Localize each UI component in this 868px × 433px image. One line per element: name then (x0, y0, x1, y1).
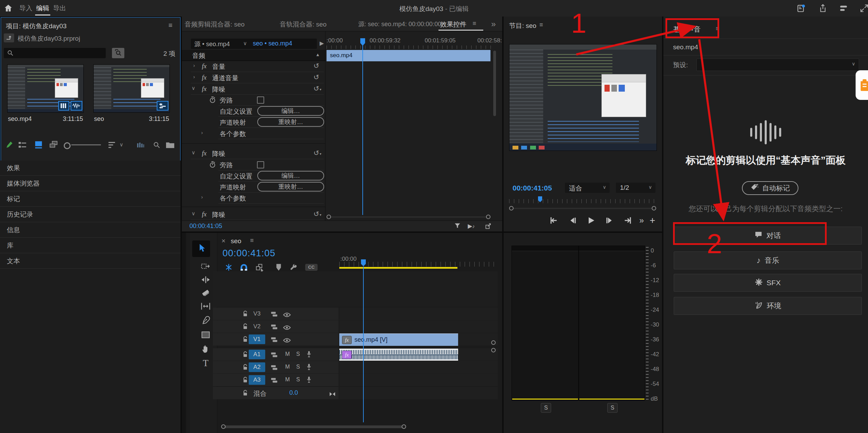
collapse-chevron-icon[interactable]: ∨ (192, 150, 195, 156)
mic-icon[interactable] (307, 376, 311, 385)
zoom-level-select[interactable]: 适合 ∨ (565, 183, 610, 193)
vertical-scrollbar[interactable] (493, 51, 496, 116)
video-clip[interactable]: fx seo.mp4 [V] (339, 333, 458, 346)
effect-row-denoise[interactable]: ∨ fx 降噪 ↺▾ (182, 83, 325, 95)
close-tab-icon[interactable]: × (221, 237, 226, 245)
track-header-a2[interactable]: A2 M S (213, 361, 339, 373)
essential-sound-tab[interactable]: 基本声音 (673, 25, 701, 34)
track-header-a1[interactable]: A1 M S (213, 348, 339, 361)
media-item-sequence[interactable]: seo 3:11:15 (93, 64, 170, 126)
source-assign-icon[interactable] (271, 324, 278, 331)
solo-button[interactable]: S (296, 351, 300, 357)
program-tab-label[interactable]: 节目: seo (509, 21, 536, 30)
stopwatch-icon[interactable] (209, 161, 216, 170)
share-button[interactable] (818, 4, 827, 13)
effect-row-denoise[interactable]: ∨ fx 降噪 ↺▾ (182, 148, 325, 159)
scrollbar-handle[interactable] (221, 424, 226, 429)
eye-icon[interactable] (283, 337, 291, 344)
sort-chevron-icon[interactable]: ∨ (120, 142, 123, 148)
master-gain-value[interactable]: 0.0 (289, 389, 298, 396)
tool-track-select[interactable] (200, 261, 211, 272)
scrollbar-handle[interactable] (327, 215, 331, 219)
source-assign-icon[interactable] (271, 311, 278, 319)
edit-button[interactable]: 编辑… (257, 171, 324, 181)
reset-effect-icon[interactable]: ↺ (313, 210, 319, 218)
source-assign-icon[interactable] (271, 364, 278, 372)
timeline-panel-menu-icon[interactable]: ≡ (250, 237, 254, 244)
essential-sound-menu-icon[interactable]: ≡ (716, 25, 720, 32)
timeline-horizontal-scrollbar[interactable] (217, 424, 498, 430)
tab-audio-clip-mixer[interactable]: 音频剪辑混合器: seo (185, 20, 245, 29)
playback-resolution-select[interactable]: 1/2 ∨ (616, 183, 655, 193)
bypass-checkbox[interactable] (257, 96, 264, 104)
play-button[interactable] (586, 216, 596, 227)
play-audio-icon[interactable]: ▶♪ (468, 223, 475, 230)
effect-row-volume[interactable]: › fx 音量 ↺ (182, 61, 325, 72)
track-label[interactable]: A3 (249, 375, 265, 385)
reset-effect-icon[interactable]: ↺ (313, 62, 319, 70)
solo-right-button[interactable]: S (607, 403, 618, 413)
type-button-sfx[interactable]: SFX (674, 274, 862, 292)
source-clip-bar[interactable]: seo.mp4 (327, 50, 490, 61)
captions-icon[interactable]: CC (305, 264, 318, 271)
scrollbar-thumb[interactable] (223, 425, 404, 428)
panel-tab-info[interactable]: 信息 (0, 223, 180, 238)
lock-icon[interactable] (242, 351, 248, 359)
auto-tag-button[interactable]: 自动标记 (742, 181, 798, 195)
solo-button[interactable]: S (296, 364, 300, 370)
program-timecode[interactable]: 00:00:41:05 (513, 184, 552, 192)
quick-export-button[interactable] (796, 4, 805, 13)
list-view-button[interactable] (18, 142, 27, 150)
tab-source-monitor[interactable]: 源: seo: seo.mp4: 00:00:00:00 (358, 20, 441, 28)
type-button-dialogue[interactable]: 对话 (674, 227, 862, 245)
solo-button[interactable]: S (296, 377, 300, 383)
expand-chevron-icon[interactable]: › (193, 62, 195, 68)
scrollbar-handle[interactable] (509, 206, 514, 210)
expand-chevron-icon[interactable]: › (201, 130, 203, 135)
tool-razor[interactable] (200, 287, 211, 298)
edit-button[interactable]: 编辑… (257, 106, 324, 116)
track-scroll-handle[interactable] (491, 348, 496, 352)
tab-audio-track-mixer[interactable]: 音轨混合器: seo (280, 20, 327, 29)
mute-button[interactable]: M (285, 377, 290, 383)
type-button-ambience[interactable]: 环境 (674, 297, 862, 315)
go-to-out-button[interactable] (623, 216, 632, 227)
eye-icon[interactable] (283, 311, 291, 319)
tab-overflow-chevron[interactable]: » (491, 19, 496, 29)
workspaces-button[interactable] (839, 4, 848, 13)
search-bins-button[interactable] (153, 142, 160, 150)
eye-icon[interactable] (283, 324, 291, 332)
panel-tab-effects[interactable]: 效果 (0, 161, 180, 176)
track-scroll-handle[interactable] (491, 340, 496, 345)
track-header-v1[interactable]: V1 (213, 333, 339, 346)
tool-pen[interactable] (200, 315, 211, 326)
scrollbar-handle[interactable] (486, 215, 490, 219)
track-header-v2[interactable]: V2 (213, 320, 339, 333)
export-frame-icon[interactable] (485, 223, 492, 231)
remap-button[interactable]: 重映射… (257, 182, 324, 192)
mic-icon[interactable] (307, 351, 311, 359)
track-header-a3[interactable]: A3 M S (213, 374, 339, 386)
lock-icon[interactable] (242, 311, 248, 319)
lock-icon[interactable] (242, 377, 248, 385)
project-panel-menu-icon[interactable]: ≡ (168, 22, 173, 29)
tool-selection[interactable] (192, 240, 210, 257)
floating-tool-icon[interactable] (856, 70, 868, 100)
step-back-button[interactable] (568, 216, 577, 227)
icon-view-button[interactable] (35, 141, 43, 151)
zoom-slider-knob[interactable] (64, 142, 71, 149)
bowtie-icon[interactable] (329, 390, 335, 398)
filter-properties-icon[interactable] (454, 223, 461, 231)
timeline-timecode[interactable]: 00:00:41:05 (223, 248, 276, 259)
effect-controls-menu-icon[interactable]: ≡ (473, 20, 476, 27)
search-input[interactable] (16, 49, 105, 58)
tool-hand[interactable] (200, 343, 211, 354)
tab-effect-controls[interactable]: 效果控件 (440, 20, 466, 29)
tool-type[interactable]: T (200, 358, 211, 369)
stopwatch-icon[interactable] (209, 96, 216, 105)
reset-effect-icon[interactable]: ↺ (313, 73, 319, 81)
track-label[interactable]: V3 (249, 309, 265, 319)
find-in-project-button[interactable] (112, 48, 124, 58)
collapse-chevron-icon[interactable]: ∨ (192, 85, 195, 91)
freeform-view-button[interactable] (49, 141, 58, 151)
